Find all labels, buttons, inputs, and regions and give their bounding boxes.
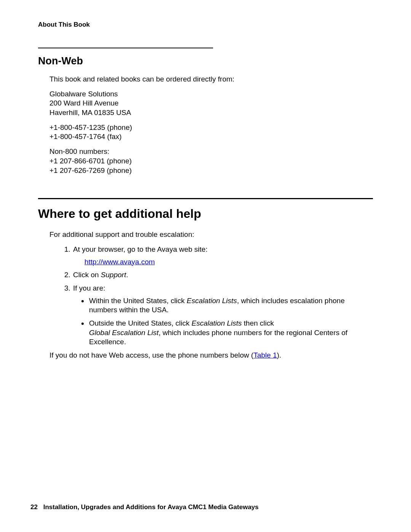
phone-line: +1 207-626-7269 (phone) xyxy=(49,166,132,174)
step-2-italic: Support xyxy=(101,271,126,279)
bullet-out-b: then click xyxy=(242,319,274,327)
help-intro: For additional support and trouble escal… xyxy=(49,230,373,240)
bullet-us: Within the United States, click Escalati… xyxy=(88,296,373,315)
section-rule xyxy=(38,48,213,48)
step-1-link-block: http://www.avaya.com xyxy=(84,257,373,267)
nonweb-non800: Non-800 numbers: +1 207-866-6701 (phone)… xyxy=(49,147,373,175)
step-3-bullets: Within the United States, click Escalati… xyxy=(73,296,373,347)
heading-help: Where to get additional help xyxy=(38,207,373,221)
avaya-link[interactable]: http://www.avaya.com xyxy=(84,258,155,266)
nonweb-address: Globalware Solutions 200 Ward Hill Avenu… xyxy=(49,89,373,118)
step-2-prefix: Click on xyxy=(73,271,101,279)
running-header: About This Book xyxy=(38,21,373,29)
global-escalation-list: Global Escalation List xyxy=(89,329,159,337)
fax-line: +1-800-457-1764 (fax) xyxy=(49,133,122,141)
phone-line: +1-800-457-1235 (phone) xyxy=(49,123,132,131)
nonweb-toll: +1-800-457-1235 (phone) +1-800-457-1764 … xyxy=(49,123,373,142)
address-line: Haverhill, MA 01835 USA xyxy=(49,109,131,117)
escalation-lists-2: Escalation Lists xyxy=(191,319,242,327)
subheading-nonweb: Non-Web xyxy=(38,55,373,67)
address-line: 200 Ward Hill Avenue xyxy=(49,99,119,107)
nonweb-intro: This book and related books can be order… xyxy=(49,75,373,84)
step-2-suffix: . xyxy=(126,271,128,279)
help-body: For additional support and trouble escal… xyxy=(49,230,373,360)
footer-title: Installation, Upgrades and Additions for… xyxy=(43,503,259,511)
non800-label: Non-800 numbers: xyxy=(49,147,109,155)
page: About This Book Non-Web This book and re… xyxy=(0,0,411,532)
step-1-text: At your browser, go to the Avaya web sit… xyxy=(73,245,207,253)
nonweb-body: This book and related books can be order… xyxy=(49,75,373,175)
page-footer: 22 Installation, Upgrades and Additions … xyxy=(30,503,259,511)
step-2: Click on Support. xyxy=(72,270,373,280)
noweb-b: ). xyxy=(277,351,281,359)
step-1: At your browser, go to the Avaya web sit… xyxy=(72,245,373,267)
noweb-line: If you do not have Web access, use the p… xyxy=(49,351,373,360)
page-number: 22 xyxy=(30,503,38,511)
escalation-lists: Escalation Lists xyxy=(187,297,237,305)
bullet-us-a: Within the United States, click xyxy=(89,297,187,305)
major-rule xyxy=(38,198,373,199)
address-line: Globalware Solutions xyxy=(49,90,118,98)
bullet-outside: Outside the United States, click Escalat… xyxy=(88,319,373,347)
help-steps: At your browser, go to the Avaya web sit… xyxy=(49,245,373,347)
noweb-a: If you do not have Web access, use the p… xyxy=(49,351,253,359)
bullet-out-a: Outside the United States, click xyxy=(89,319,191,327)
step-3: If you are: Within the United States, cl… xyxy=(72,284,373,347)
step-3-text: If you are: xyxy=(73,284,105,292)
phone-line: +1 207-866-6701 (phone) xyxy=(49,157,132,165)
table-1-link[interactable]: Table 1 xyxy=(253,351,277,359)
